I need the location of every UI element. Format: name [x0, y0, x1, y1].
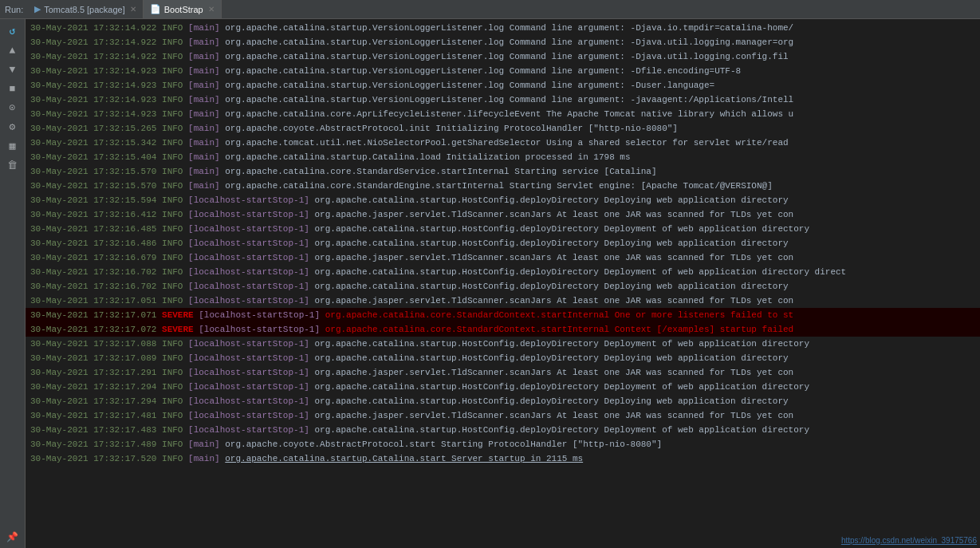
log-line: 30-May-2021 17:32:15.265 INFO [main] org… — [26, 121, 980, 136]
camera-icon[interactable]: ⊙ — [2, 99, 23, 116]
log-message: org.apache.jasper.servlet.TldScanner.sca… — [314, 368, 793, 377]
pin-icon[interactable]: 📌 — [6, 531, 18, 543]
log-timestamp: 30-May-2021 17:32:16.702 — [30, 267, 162, 277]
log-level: INFO — [162, 37, 188, 47]
log-thread: [main] — [188, 440, 225, 449]
settings-icon[interactable]: ⚙ — [2, 118, 23, 136]
restart-icon[interactable]: ↺ — [2, 22, 23, 40]
log-thread: [main] — [188, 95, 225, 104]
tomcat-tab-label: Tomcat8.5 [package] — [44, 5, 125, 14]
log-timestamp: 30-May-2021 17:32:16.412 — [30, 210, 162, 219]
log-message: org.apache.catalina.startup.HostConfig.d… — [314, 195, 788, 205]
log-timestamp: 30-May-2021 17:32:17.481 — [30, 411, 162, 420]
log-timestamp: 30-May-2021 17:32:16.485 — [30, 224, 162, 234]
log-timestamp: 30-May-2021 17:32:17.071 — [30, 310, 162, 320]
log-timestamp: 30-May-2021 17:32:17.294 — [30, 382, 162, 392]
layout-icon[interactable]: ▦ — [2, 137, 23, 155]
log-message: org.apache.catalina.core.StandardEngine.… — [225, 181, 773, 191]
log-thread: [localhost-startStop-1] — [188, 296, 314, 306]
log-thread: [main] — [188, 52, 225, 61]
stop-icon[interactable]: ■ — [2, 80, 23, 97]
log-message: org.apache.catalina.core.AprLifecycleLis… — [225, 109, 793, 119]
log-message: org.apache.catalina.startup.HostConfig.d… — [314, 339, 809, 349]
log-timestamp: 30-May-2021 17:32:15.570 — [30, 167, 162, 176]
log-line: 30-May-2021 17:32:16.702 INFO [localhost… — [26, 279, 980, 294]
log-level: INFO — [162, 124, 188, 133]
log-thread: [localhost-startStop-1] — [188, 396, 314, 406]
log-thread: [localhost-startStop-1] — [188, 282, 314, 291]
log-message: org.apache.catalina.startup.VersionLogge… — [225, 81, 714, 90]
log-line: 30-May-2021 17:32:17.291 INFO [localhost… — [26, 365, 980, 380]
log-thread: [localhost-startStop-1] — [188, 210, 314, 219]
log-level: INFO — [162, 411, 188, 420]
log-message: org.apache.coyote.AbstractProtocol.init … — [225, 124, 678, 133]
log-timestamp: 30-May-2021 17:32:16.679 — [30, 253, 162, 262]
log-level: INFO — [162, 282, 188, 291]
log-thread: [localhost-startStop-1] — [188, 195, 314, 205]
bootstrap-tab-close[interactable]: ✕ — [208, 5, 214, 14]
log-thread: [main] — [188, 152, 225, 162]
log-timestamp: 30-May-2021 17:32:17.291 — [30, 368, 162, 377]
log-line: 30-May-2021 17:32:17.294 INFO [localhost… — [26, 394, 980, 408]
trash-icon[interactable]: 🗑 — [2, 156, 23, 174]
log-line: 30-May-2021 17:32:17.489 INFO [main] org… — [26, 437, 980, 451]
log-level: INFO — [162, 353, 188, 363]
log-level: INFO — [162, 440, 188, 449]
log-line: 30-May-2021 17:32:15.404 INFO [main] org… — [26, 150, 980, 164]
tab-tomcat[interactable]: ▶ Tomcat8.5 [package] ✕ — [28, 0, 144, 18]
log-timestamp: 30-May-2021 17:32:15.570 — [30, 181, 162, 191]
log-timestamp: 30-May-2021 17:32:17.294 — [30, 396, 162, 406]
main-layout: ↺ ▲ ▼ ■ ⊙ ⚙ ▦ 🗑 📌 30-May-2021 17:32:14.9… — [0, 19, 980, 548]
log-message: org.apache.catalina.startup.VersionLogge… — [225, 23, 793, 33]
scroll-up-icon[interactable]: ▲ — [2, 41, 23, 59]
bootstrap-tab-icon: 📄 — [150, 4, 161, 14]
log-message: org.apache.jasper.servlet.TldScanner.sca… — [314, 253, 793, 262]
log-level: INFO — [162, 181, 188, 191]
log-thread: [localhost-startStop-1] — [188, 253, 314, 262]
log-timestamp: 30-May-2021 17:32:14.922 — [30, 52, 162, 61]
log-message: org.apache.coyote.AbstractProtocol.start… — [225, 440, 662, 449]
log-thread: [localhost-startStop-1] — [188, 425, 314, 435]
log-timestamp: 30-May-2021 17:32:14.923 — [30, 66, 162, 76]
scroll-down-icon[interactable]: ▼ — [2, 61, 23, 78]
log-level: INFO — [162, 454, 188, 463]
log-level: SEVERE — [162, 310, 199, 320]
log-thread: [localhost-startStop-1] — [199, 310, 325, 320]
log-thread: [localhost-startStop-1] — [188, 239, 314, 248]
log-level: INFO — [162, 195, 188, 205]
log-line: 30-May-2021 17:32:14.923 INFO [main] org… — [26, 93, 980, 107]
log-line: 30-May-2021 17:32:16.486 INFO [localhost… — [26, 236, 980, 250]
log-timestamp: 30-May-2021 17:32:15.342 — [30, 138, 162, 148]
log-level: INFO — [162, 109, 188, 119]
log-message: org.apache.catalina.startup.HostConfig.d… — [314, 425, 809, 435]
log-line: 30-May-2021 17:32:15.342 INFO [main] org… — [26, 136, 980, 150]
log-thread: [main] — [188, 81, 225, 90]
log-thread: [main] — [188, 37, 225, 47]
log-line: 30-May-2021 17:32:14.922 INFO [main] org… — [26, 35, 980, 49]
log-line: 30-May-2021 17:32:15.594 INFO [localhost… — [26, 193, 980, 207]
log-timestamp: 30-May-2021 17:32:17.520 — [30, 454, 162, 463]
log-level: INFO — [162, 224, 188, 234]
log-line: 30-May-2021 17:32:16.412 INFO [localhost… — [26, 207, 980, 222]
log-level: INFO — [162, 95, 188, 104]
log-area[interactable]: 30-May-2021 17:32:14.922 INFO [main] org… — [26, 19, 980, 548]
log-level: INFO — [162, 167, 188, 176]
log-level: INFO — [162, 296, 188, 306]
log-thread: [main] — [188, 181, 225, 191]
log-line: 30-May-2021 17:32:17.089 INFO [localhost… — [26, 351, 980, 365]
log-timestamp: 30-May-2021 17:32:15.594 — [30, 195, 162, 205]
log-timestamp: 30-May-2021 17:32:14.923 — [30, 81, 162, 90]
tab-bar: Run: ▶ Tomcat8.5 [package] ✕ 📄 BootStrap… — [0, 0, 980, 19]
log-timestamp: 30-May-2021 17:32:14.923 — [30, 95, 162, 104]
log-level: INFO — [162, 425, 188, 435]
log-level: INFO — [162, 267, 188, 277]
log-line: 30-May-2021 17:32:16.485 INFO [localhost… — [26, 222, 980, 236]
log-level: INFO — [162, 396, 188, 406]
tomcat-tab-close[interactable]: ✕ — [130, 5, 136, 14]
tab-bootstrap[interactable]: 📄 BootStrap ✕ — [144, 0, 222, 18]
log-level: INFO — [162, 138, 188, 148]
log-timestamp: 30-May-2021 17:32:16.702 — [30, 282, 162, 291]
log-level: INFO — [162, 210, 188, 219]
log-line: 30-May-2021 17:32:16.679 INFO [localhost… — [26, 250, 980, 265]
log-thread: [main] — [188, 124, 225, 133]
